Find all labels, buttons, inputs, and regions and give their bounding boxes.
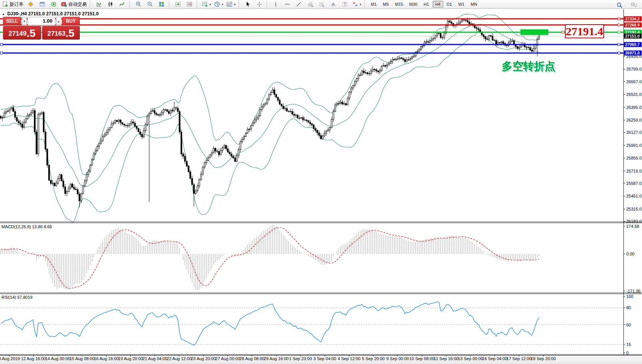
tile-windows-button[interactable] (156, 0, 167, 8)
svg-text:27151.0: 27151.0 (625, 34, 640, 38)
timeframe-button-h1[interactable]: H1 (421, 1, 431, 8)
main-toolbar: 新订单 自动交易 ▾ ▾ ▾ E F A T ▾ M1M5M15M30H1H4D… (0, 0, 642, 9)
timeframe-button-m1[interactable]: M1 (368, 1, 379, 8)
line-end-marker (618, 43, 620, 46)
collapse-arrow-icon[interactable]: ▲ (2, 12, 5, 16)
volume-decrease-button[interactable]: ▼ (22, 17, 27, 25)
line-chart-icon (119, 1, 125, 7)
horizontal-line-button[interactable] (281, 0, 293, 8)
trendline-button[interactable] (293, 0, 305, 8)
rsi-tick-label: 15 (626, 342, 631, 347)
price-tick-label: 26127.0 (626, 130, 642, 135)
sell-button[interactable]: SELL (3, 17, 21, 25)
buy-price-display[interactable]: 27163.5 (42, 26, 80, 40)
toolbar-separator (364, 1, 366, 8)
new-chart-button[interactable]: ▾ (200, 0, 212, 8)
text-icon: A (330, 1, 336, 7)
timeframe-button-mn[interactable]: MN (468, 1, 480, 8)
svg-text:T: T (344, 2, 346, 7)
templates-button[interactable]: ▾ (225, 0, 237, 8)
price-line-label: 27151.0 (624, 33, 642, 38)
macd-tick-label: 174.58 (626, 224, 639, 229)
chat-button[interactable] (628, 1, 640, 9)
price-line-label: 27334.2 (624, 16, 642, 21)
line-end-marker (618, 31, 620, 33)
turning-point-annotation[interactable]: 多空转折点 (502, 59, 555, 74)
price-line-label: 27060.7 (624, 42, 642, 47)
price-callout-box[interactable]: 27191.4 (565, 24, 604, 38)
profiles-button[interactable]: ▾ (212, 0, 225, 8)
bar-chart-button[interactable] (93, 0, 105, 8)
timeframe-button-d1[interactable]: D1 (444, 1, 455, 8)
toolbar-separator (169, 1, 171, 8)
crosshair-button[interactable] (254, 0, 265, 8)
timeframe-button-m15[interactable]: M15 (392, 1, 406, 8)
signals-button[interactable] (48, 0, 59, 8)
toolbar-separator (197, 1, 199, 8)
sell-price-main: 27149 (8, 29, 26, 39)
new-order-icon (2, 1, 8, 7)
arrows-button[interactable]: ▾ (351, 0, 363, 8)
chart-shift-icon (186, 1, 193, 7)
price-line-label: 27268.9 (624, 22, 642, 27)
volume-increase-button[interactable]: ▲ (56, 17, 61, 25)
time-tick-label: 29 Aug 16:00 (264, 356, 289, 361)
text-label-button[interactable]: T (339, 0, 351, 8)
line-chart-button[interactable] (116, 0, 128, 8)
chat-icon (630, 2, 637, 8)
timeframe-button-h4[interactable]: H4 (433, 1, 443, 8)
price-tick-label: 26667.0 (626, 79, 642, 84)
line-end-marker (0, 52, 3, 54)
highlight-zone-rect[interactable] (520, 29, 548, 35)
new-order-button[interactable]: 新订单 (1, 0, 25, 8)
autotrading-icon (61, 1, 67, 7)
time-tick-label: 9 Aug 2019 (0, 356, 20, 361)
volume-input[interactable]: 1.00 (28, 17, 55, 25)
price-tick-label: 26395.0 (626, 105, 642, 110)
candlestick-chart-button[interactable] (105, 0, 116, 8)
new-chart-icon (202, 1, 208, 7)
fibonacci-button[interactable]: F (316, 0, 328, 8)
search-button[interactable] (614, 1, 625, 9)
time-tick-label: 16 Sep 04:00 (482, 356, 507, 361)
timeframe-button-w1[interactable]: W1 (456, 1, 468, 8)
chevron-down-icon: ▾ (209, 3, 211, 6)
autotrading-button[interactable]: 自动交易 (59, 0, 88, 8)
timeframe-button-m5[interactable]: M5 (380, 1, 391, 8)
arrows-icon (352, 1, 358, 7)
text-label-icon: T (342, 1, 348, 7)
data-window-button[interactable] (36, 0, 48, 8)
equidistant-channel-icon: E (307, 1, 313, 7)
chart-window[interactable]: 26935.026799.026667.026531.026395.026259… (0, 9, 642, 364)
equidistant-channel-button[interactable]: E (305, 0, 316, 8)
time-tick-label: 28 Aug 08:00 (240, 356, 265, 361)
text-button[interactable]: A (328, 0, 339, 8)
time-axis: 9 Aug 201912 Aug 16:0014 Aug 00:0015 Aug… (0, 355, 556, 361)
zoom-in-icon (135, 1, 142, 7)
chevron-down-icon: ▾ (360, 3, 361, 6)
sell-price-display[interactable]: 27149.5 (3, 26, 41, 40)
chart-shift-button[interactable] (184, 0, 195, 8)
vertical-line-button[interactable] (270, 0, 281, 8)
data-window-icon (39, 1, 45, 7)
toolbar-separator (239, 1, 240, 8)
time-tick-label: 9 Sep 00:00 (386, 356, 409, 361)
buy-button[interactable]: BUY (62, 17, 80, 25)
time-tick-label: 21 Aug 04:00 (142, 356, 167, 361)
chevron-down-icon: ▾ (234, 3, 235, 6)
one-click-trading-panel: SELL ▼ 1.00 ▲ BUY 27149.5 27163.5 (3, 17, 80, 40)
price-tick-label: 26799.0 (626, 67, 642, 71)
chevron-down-icon: ▾ (222, 3, 223, 6)
tile-windows-icon (158, 1, 165, 7)
zoom-in-button[interactable] (133, 0, 144, 8)
auto-scroll-button[interactable] (172, 0, 184, 8)
timeframe-button-m30[interactable]: M30 (407, 1, 420, 8)
time-tick-label: 19 Aug 20:00 (118, 356, 143, 361)
cursor-button[interactable] (242, 0, 254, 8)
svg-text:26971.0: 26971.0 (625, 51, 640, 55)
zoom-out-button[interactable] (144, 0, 156, 8)
horizontal-line-icon (284, 1, 290, 7)
crosshair-icon (256, 1, 262, 7)
market-watch-button[interactable] (25, 0, 36, 8)
macd-indicator-label: MACD(12,26,9) 13.86 8.66 (2, 224, 52, 229)
